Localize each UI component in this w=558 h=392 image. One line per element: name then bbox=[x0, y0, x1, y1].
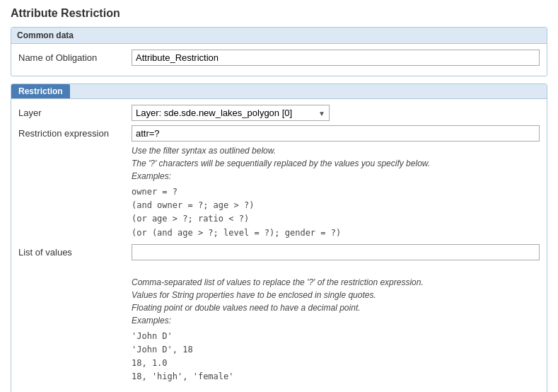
restriction-section: Restriction Layer Layer: sde.sde.new_lak… bbox=[11, 83, 547, 392]
common-data-content: Name of Obligation bbox=[11, 44, 547, 76]
restriction-content: Layer Layer: sde.sde.new_lakes_polygon [… bbox=[11, 99, 547, 392]
restriction-help-line1: Use the filter syntax as outlined below. bbox=[132, 146, 276, 156]
list-of-values-row: List of values Comma-separated list of v… bbox=[18, 244, 540, 392]
list-help: Comma-separated list of values to replac… bbox=[132, 263, 540, 392]
list-example2: 'John D', 18 bbox=[132, 343, 540, 357]
list-example1: 'John D' bbox=[132, 330, 540, 343]
page-container: Attribute Restriction Common data Name o… bbox=[0, 0, 558, 392]
list-of-values-label: List of values bbox=[18, 244, 132, 258]
common-data-header: Common data bbox=[11, 28, 547, 44]
restriction-example2: (and owner = ?; age > ?) bbox=[132, 199, 540, 212]
common-data-section: Common data Name of Obligation bbox=[11, 27, 547, 76]
list-of-values-input[interactable] bbox=[132, 244, 540, 260]
restriction-expression-input[interactable] bbox=[132, 125, 540, 142]
list-help-line1: Comma-separated list of values to replac… bbox=[132, 277, 424, 287]
list-help-line3: Floating point or double values need to … bbox=[132, 303, 361, 313]
page-title: Attribute Restriction bbox=[11, 7, 547, 20]
restriction-example4: (or (and age > ?; level = ?); gender = ?… bbox=[132, 226, 540, 240]
name-of-obligation-row: Name of Obligation bbox=[18, 50, 540, 66]
layer-select[interactable]: Layer: sde.sde.new_lakes_polygon [0] bbox=[132, 105, 330, 121]
restriction-tab-header-row: Restriction bbox=[11, 84, 547, 99]
restriction-examples-label: Examples: bbox=[132, 171, 171, 181]
list-example4: 18, 'high', 'female' bbox=[132, 370, 540, 384]
name-of-obligation-input[interactable] bbox=[132, 50, 540, 66]
list-help-line2: Values for String properties have to be … bbox=[132, 290, 376, 300]
layer-label: Layer bbox=[18, 105, 132, 118]
restriction-tab: Restriction bbox=[11, 84, 70, 98]
restriction-example1: owner = ? bbox=[132, 185, 540, 199]
layer-row: Layer Layer: sde.sde.new_lakes_polygon [… bbox=[18, 105, 540, 121]
list-example3: 18, 1.0 bbox=[132, 357, 540, 370]
name-of-obligation-label: Name of Obligation bbox=[18, 50, 132, 63]
list-of-values-field: Comma-separated list of values to replac… bbox=[132, 244, 540, 392]
layer-select-wrapper: Layer: sde.sde.new_lakes_polygon [0] ▼ bbox=[132, 105, 330, 121]
restriction-help-line2: The '?' characters will be sequentially … bbox=[132, 158, 430, 168]
list-examples: 'John D' 'John D', 18 18, 1.0 18, 'high'… bbox=[132, 330, 540, 384]
restriction-expression-row: Restriction expression Use the filter sy… bbox=[18, 125, 540, 240]
restriction-example3: (or age > ?; ratio < ?) bbox=[132, 212, 540, 226]
list-examples-label: Examples: bbox=[132, 316, 171, 325]
restriction-examples: owner = ? (and owner = ?; age > ?) (or a… bbox=[132, 185, 540, 240]
name-of-obligation-field bbox=[132, 50, 540, 66]
restriction-expression-label: Restriction expression bbox=[18, 125, 132, 139]
restriction-expression-field: Use the filter syntax as outlined below.… bbox=[132, 125, 540, 240]
restriction-help: Use the filter syntax as outlined below.… bbox=[132, 144, 540, 240]
layer-field: Layer: sde.sde.new_lakes_polygon [0] ▼ bbox=[132, 105, 540, 121]
